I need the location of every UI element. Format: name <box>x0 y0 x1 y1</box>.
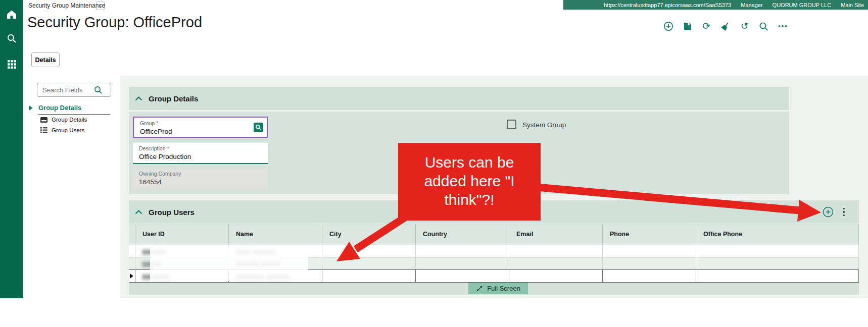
expand-icon <box>476 285 483 292</box>
column-header[interactable]: Country <box>416 224 509 245</box>
group-details-header: Group Details <box>129 87 789 110</box>
grid-cell[interactable] <box>696 270 859 282</box>
clear-icon[interactable] <box>720 21 731 32</box>
tree-item-label: Group Details <box>52 117 87 123</box>
grid-cell[interactable] <box>603 258 696 269</box>
tree-item-group-details[interactable]: Group Details <box>40 117 87 123</box>
grid-footer: Full Screen <box>129 283 859 295</box>
overflow-menu-icon[interactable] <box>777 21 788 32</box>
annotation-note: Users can be added here "I think"?! <box>398 143 541 221</box>
grid-cell[interactable] <box>322 270 416 282</box>
add-user-button[interactable] <box>823 206 834 217</box>
tree-root-underline <box>38 114 110 115</box>
tree-expand-arrow-icon[interactable] <box>29 105 33 111</box>
chevron-up-icon[interactable] <box>135 210 142 214</box>
row-selector[interactable] <box>129 245 135 257</box>
undo-icon[interactable]: ↺ <box>739 21 750 32</box>
list-icon <box>40 127 47 133</box>
active-row-indicator-icon <box>130 274 133 279</box>
nav-rail <box>0 0 23 298</box>
column-header[interactable]: User ID <box>135 224 229 245</box>
column-header[interactable]: Office Phone <box>696 224 859 245</box>
grid-cell[interactable] <box>416 245 509 257</box>
full-screen-label: Full Screen <box>487 285 520 292</box>
owning-company-value: 164554 <box>139 178 162 186</box>
add-circle-icon[interactable] <box>663 21 674 32</box>
grid-cell[interactable] <box>603 270 696 282</box>
row-selector-header <box>129 224 135 245</box>
group-lookup-button[interactable] <box>254 123 263 132</box>
environment-url: https://centralusdtapp77.epicorsaas.com/… <box>604 2 731 8</box>
panel-icon <box>40 117 47 123</box>
grid-cell[interactable] <box>509 258 603 269</box>
breadcrumb[interactable]: Security Group Maintenance <box>28 2 105 9</box>
column-header[interactable]: Phone <box>603 224 696 245</box>
save-icon[interactable] <box>682 21 693 32</box>
tree-item-label: Group Users <box>52 127 84 133</box>
grid-cell[interactable] <box>696 258 859 269</box>
column-header[interactable]: Name <box>229 224 322 245</box>
search-icon <box>94 86 103 94</box>
page-title: Security Group: OfficeProd <box>27 14 202 31</box>
grid-cell[interactable] <box>696 245 859 257</box>
current-user[interactable]: Manager <box>741 2 762 8</box>
grid-cell[interactable] <box>416 258 509 269</box>
grid-cell[interactable] <box>322 245 416 257</box>
grid-cell[interactable] <box>509 245 603 257</box>
description-field[interactable]: Description * Office Production <box>133 143 268 164</box>
group-field-value: OfficeProd <box>140 128 172 135</box>
refresh-icon[interactable]: ⟳ <box>701 21 712 32</box>
current-company[interactable]: QUORUM GROUP LLC <box>773 2 832 8</box>
grid-overflow-menu-icon[interactable] <box>840 206 847 217</box>
environment-bar: https://centralusdtapp77.epicorsaas.com/… <box>563 0 868 10</box>
section-title: Group Users <box>149 208 195 216</box>
tree-root-group-details[interactable]: Group Details <box>38 104 81 112</box>
search-icon[interactable] <box>758 21 769 32</box>
section-title: Group Details <box>149 94 198 103</box>
description-field-label: Description * <box>139 145 169 151</box>
home-icon[interactable] <box>0 6 23 22</box>
full-screen-button[interactable]: Full Screen <box>468 283 528 294</box>
column-header[interactable]: City <box>322 224 416 245</box>
owning-company-label: Owning Company <box>139 171 181 177</box>
tree-item-group-users[interactable]: Group Users <box>40 127 84 133</box>
owning-company-field: Owning Company 164554 <box>133 168 268 189</box>
group-field[interactable]: Group * OfficeProd <box>133 117 268 138</box>
grid-cell[interactable] <box>416 270 509 282</box>
row-selector[interactable] <box>129 270 135 282</box>
grid-cell[interactable] <box>603 245 696 257</box>
security-group-maintenance-screen: https://centralusdtapp77.epicorsaas.com/… <box>0 0 868 327</box>
apps-grid-icon[interactable] <box>0 56 23 72</box>
search-fields-input[interactable] <box>37 86 94 94</box>
grid-cell[interactable] <box>509 270 603 282</box>
divider <box>129 110 789 112</box>
column-header[interactable]: Email <box>509 224 603 245</box>
description-field-value: Office Production <box>139 153 191 160</box>
group-field-label: Group * <box>140 120 158 126</box>
current-site[interactable]: Main Site <box>841 2 864 8</box>
grid-header-row: User ID Name City Country Email Phone Of… <box>129 224 859 245</box>
redaction-band <box>150 247 308 281</box>
system-group-label: System Group <box>522 121 566 129</box>
tab-details[interactable]: Details <box>31 52 60 67</box>
search-fields-box <box>37 83 111 97</box>
chevron-up-icon[interactable] <box>135 96 142 101</box>
header-toolbar: ⟳ ↺ <box>663 20 788 32</box>
search-icon[interactable] <box>0 30 23 46</box>
system-group-checkbox[interactable] <box>507 120 516 129</box>
row-selector[interactable] <box>129 258 135 269</box>
grid-cell[interactable] <box>322 258 416 269</box>
